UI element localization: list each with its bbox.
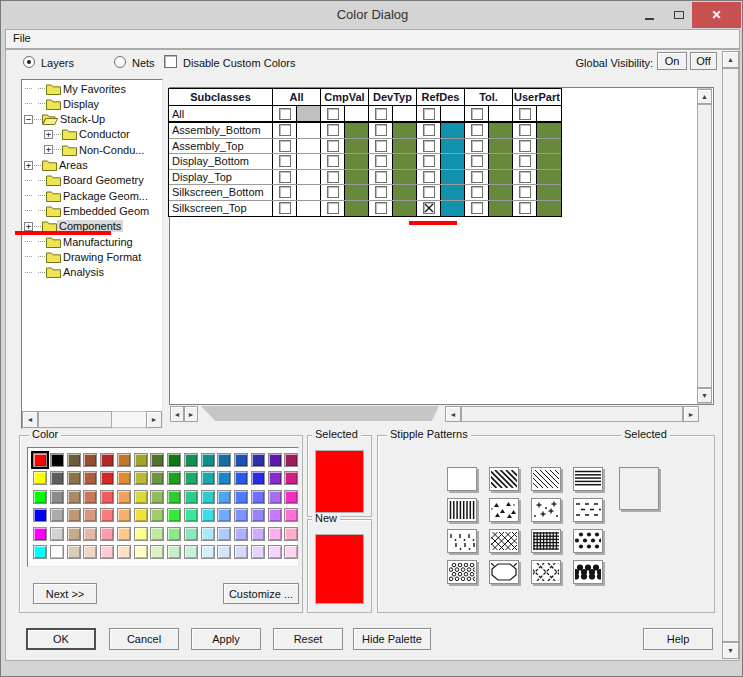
- color-swatch-silkscreen-bottom-all[interactable]: [297, 185, 321, 200]
- menu-file[interactable]: File: [13, 32, 31, 44]
- stipple-pattern-diagonal-backslash[interactable]: [489, 467, 519, 491]
- disable-custom-colors-checkbox[interactable]: [164, 55, 177, 68]
- palette-swatch-5-7[interactable]: [150, 545, 164, 559]
- palette-swatch-3-5[interactable]: [117, 508, 131, 522]
- visibility-checkbox-silkscreen-top-refdes[interactable]: [423, 202, 435, 214]
- visibility-checkbox-assembly-bottom-refdes[interactable]: [423, 124, 435, 136]
- palette-swatch-5-6[interactable]: [134, 545, 148, 559]
- palette-swatch-1-3[interactable]: [83, 471, 97, 485]
- color-swatch-assembly-top-refdes[interactable]: [441, 139, 465, 154]
- palette-swatch-4-9[interactable]: [184, 527, 198, 541]
- visibility-checkbox-display-top-userpart[interactable]: [519, 171, 531, 183]
- palette-swatch-5-9[interactable]: [184, 545, 198, 559]
- palette-swatch-3-0[interactable]: [33, 508, 47, 522]
- visibility-checkbox-silkscreen-top-all[interactable]: [279, 202, 291, 214]
- palette-swatch-2-10[interactable]: [201, 490, 215, 504]
- palette-swatch-0-10[interactable]: [201, 453, 215, 467]
- table-scroll-right-icon[interactable]: ►: [683, 406, 699, 422]
- palette-swatch-2-12[interactable]: [234, 490, 248, 504]
- stipple-pattern-octagon-outline[interactable]: [489, 560, 519, 584]
- color-swatch-assembly-top-devtyp[interactable]: [393, 139, 417, 154]
- color-swatch-silkscreen-bottom-tol[interactable]: [489, 185, 513, 200]
- table-scroll-down-icon[interactable]: ▼: [697, 388, 712, 403]
- color-swatch-display-top-tol[interactable]: [489, 170, 513, 185]
- palette-swatch-3-1[interactable]: [50, 508, 64, 522]
- palette-swatch-3-9[interactable]: [184, 508, 198, 522]
- stipple-pattern-solid[interactable]: [447, 467, 477, 491]
- palette-swatch-5-11[interactable]: [217, 545, 231, 559]
- palette-swatch-0-15[interactable]: [284, 453, 298, 467]
- palette-swatch-3-3[interactable]: [83, 508, 97, 522]
- next-button[interactable]: Next >>: [33, 583, 97, 604]
- palette-swatch-1-15[interactable]: [284, 471, 298, 485]
- palette-swatch-1-7[interactable]: [150, 471, 164, 485]
- tree-item-manufacturing[interactable]: Manufacturing: [24, 234, 135, 249]
- visibility-checkbox-display-bottom-tol[interactable]: [471, 155, 483, 167]
- palette-swatch-3-8[interactable]: [167, 508, 181, 522]
- minimize-button[interactable]: [634, 2, 664, 28]
- palette-swatch-2-5[interactable]: [117, 490, 131, 504]
- palette-swatch-2-4[interactable]: [100, 490, 114, 504]
- tree-item-non-condu[interactable]: +Non-Condu...: [44, 142, 146, 157]
- visibility-checkbox-silkscreen-top-userpart[interactable]: [519, 202, 531, 214]
- tree-item-areas[interactable]: +Areas: [24, 158, 90, 173]
- palette-swatch-4-12[interactable]: [234, 527, 248, 541]
- color-swatch-display-bottom-refdes[interactable]: [441, 154, 465, 169]
- palette-swatch-0-12[interactable]: [234, 453, 248, 467]
- palette-swatch-1-8[interactable]: [167, 471, 181, 485]
- palette-swatch-4-7[interactable]: [150, 527, 164, 541]
- table-hscrollbar-thumb[interactable]: [461, 406, 683, 422]
- palette-swatch-0-14[interactable]: [268, 453, 282, 467]
- color-swatch-display-bottom-userpart[interactable]: [537, 154, 561, 169]
- palette-swatch-0-5[interactable]: [117, 453, 131, 467]
- palette-swatch-0-2[interactable]: [67, 453, 81, 467]
- palette-swatch-3-2[interactable]: [67, 508, 81, 522]
- reset-button[interactable]: Reset: [273, 628, 343, 650]
- stipple-pattern-polka-dots-large[interactable]: [573, 560, 603, 584]
- palette-swatch-2-6[interactable]: [134, 490, 148, 504]
- color-swatch-display-top-cmpval[interactable]: [345, 170, 369, 185]
- visibility-checkbox-silkscreen-bottom-refdes[interactable]: [423, 186, 435, 198]
- tree-item-stack-up[interactable]: −Stack-Up: [24, 112, 107, 127]
- color-swatch-display-top-refdes[interactable]: [441, 170, 465, 185]
- palette-swatch-2-9[interactable]: [184, 490, 198, 504]
- color-swatch-assembly-bottom-refdes[interactable]: [441, 123, 465, 138]
- visibility-checkbox-assembly-top-tol[interactable]: [471, 140, 483, 152]
- tree-item-conductor[interactable]: +Conductor: [44, 127, 132, 142]
- palette-swatch-0-0[interactable]: [33, 453, 47, 467]
- close-button[interactable]: ✕: [692, 2, 741, 28]
- palette-swatch-1-14[interactable]: [268, 471, 282, 485]
- tab-scroll-right-icon[interactable]: ►: [184, 406, 198, 422]
- expand-icon[interactable]: +: [24, 222, 33, 231]
- palette-swatch-4-6[interactable]: [134, 527, 148, 541]
- tree-item-package-geom[interactable]: Package Geom...: [24, 188, 150, 203]
- global-visibility-off-button[interactable]: Off: [690, 52, 717, 70]
- palette-swatch-1-13[interactable]: [251, 471, 265, 485]
- expand-icon[interactable]: +: [44, 130, 53, 139]
- palette-swatch-3-6[interactable]: [134, 508, 148, 522]
- palette-swatch-1-9[interactable]: [184, 471, 198, 485]
- visibility-checkbox-silkscreen-top-devtyp[interactable]: [375, 202, 387, 214]
- palette-swatch-4-15[interactable]: [284, 527, 298, 541]
- palette-swatch-2-11[interactable]: [217, 490, 231, 504]
- palette-swatch-4-8[interactable]: [167, 527, 181, 541]
- color-swatch-assembly-top-all[interactable]: [297, 139, 321, 154]
- tree-item-board-geometry[interactable]: Board Geometry: [24, 173, 146, 188]
- visibility-checkbox-display-bottom-refdes[interactable]: [423, 155, 435, 167]
- visibility-checkbox-display-bottom-userpart[interactable]: [519, 155, 531, 167]
- palette-swatch-4-13[interactable]: [251, 527, 265, 541]
- table-scroll-left-icon[interactable]: ◄: [445, 406, 461, 422]
- palette-swatch-1-0[interactable]: [33, 471, 47, 485]
- dialog-scrollbar-thumb[interactable]: [722, 68, 739, 642]
- tree-item-display[interactable]: Display: [24, 96, 101, 111]
- palette-swatch-4-5[interactable]: [117, 527, 131, 541]
- hide-palette-button[interactable]: Hide Palette: [353, 628, 431, 650]
- visibility-checkbox-silkscreen-bottom-tol[interactable]: [471, 186, 483, 198]
- palette-swatch-3-10[interactable]: [201, 508, 215, 522]
- color-swatch-display-bottom-devtyp[interactable]: [393, 154, 417, 169]
- palette-swatch-3-12[interactable]: [234, 508, 248, 522]
- palette-swatch-5-15[interactable]: [284, 545, 298, 559]
- palette-swatch-1-11[interactable]: [217, 471, 231, 485]
- tree-item-my-favorites[interactable]: My Favorites: [24, 81, 128, 96]
- palette-swatch-3-11[interactable]: [217, 508, 231, 522]
